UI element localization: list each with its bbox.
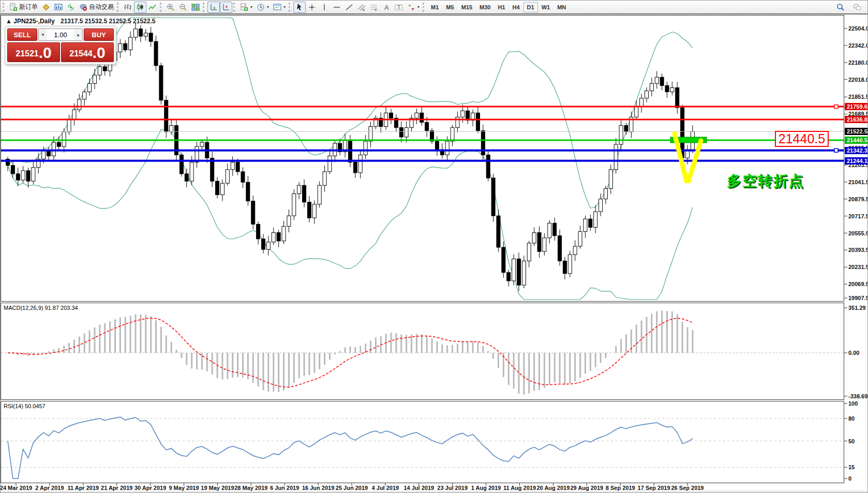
candle-body[interactable] xyxy=(262,239,265,249)
candle-body[interactable] xyxy=(78,99,81,110)
candle-body[interactable] xyxy=(445,141,449,155)
candle-body[interactable] xyxy=(246,182,250,201)
candle-body[interactable] xyxy=(670,87,674,92)
candle-body[interactable] xyxy=(594,212,597,227)
candle-body[interactable] xyxy=(42,151,46,159)
candle-body[interactable] xyxy=(645,91,649,98)
candle-body[interactable] xyxy=(543,238,546,251)
candle-body[interactable] xyxy=(497,216,500,247)
candle-body[interactable] xyxy=(619,126,623,145)
candle-body[interactable] xyxy=(241,172,245,182)
candle-body[interactable] xyxy=(32,168,35,181)
candle-body[interactable] xyxy=(72,110,76,119)
candle-body[interactable] xyxy=(358,155,362,173)
candle-body[interactable] xyxy=(660,77,664,85)
candle-body[interactable] xyxy=(558,236,562,261)
candle-body[interactable] xyxy=(532,233,536,243)
candle-body[interactable] xyxy=(451,128,454,141)
candle-body[interactable] xyxy=(553,223,557,235)
candle-body[interactable] xyxy=(461,111,465,117)
candle-body[interactable] xyxy=(251,201,255,225)
candle-body[interactable] xyxy=(491,178,495,216)
candle-body[interactable] xyxy=(512,259,516,281)
candle-body[interactable] xyxy=(599,199,603,212)
candle-body[interactable] xyxy=(369,127,372,141)
candle-body[interactable] xyxy=(164,100,168,132)
candle-body[interactable] xyxy=(507,273,511,281)
candle-body[interactable] xyxy=(456,117,459,127)
candle-body[interactable] xyxy=(425,122,429,130)
buy-button[interactable]: BUY xyxy=(84,28,114,41)
candle-body[interactable] xyxy=(272,233,275,242)
candle-body[interactable] xyxy=(118,43,122,52)
candle-body[interactable] xyxy=(154,41,158,66)
candle-body[interactable] xyxy=(93,75,96,83)
candle-body[interactable] xyxy=(124,43,127,50)
candle-body[interactable] xyxy=(486,155,490,178)
candle-body[interactable] xyxy=(609,170,612,189)
candle-body[interactable] xyxy=(604,188,607,199)
candle-body[interactable] xyxy=(57,142,61,146)
candle-body[interactable] xyxy=(139,29,142,36)
volume-input[interactable]: 1.00 xyxy=(47,29,74,40)
candle-body[interactable] xyxy=(231,162,234,170)
candle-body[interactable] xyxy=(282,226,286,241)
candle-body[interactable] xyxy=(179,155,183,174)
candle-body[interactable] xyxy=(476,113,480,131)
candle-body[interactable] xyxy=(67,119,71,131)
candle-body[interactable] xyxy=(665,85,669,92)
candle-body[interactable] xyxy=(573,246,577,255)
candle-body[interactable] xyxy=(527,243,531,261)
candle-body[interactable] xyxy=(328,156,332,171)
candle-body[interactable] xyxy=(83,92,86,99)
turning-point-note[interactable]: 多空转折点 xyxy=(727,171,804,191)
candle-body[interactable] xyxy=(287,216,291,226)
candle-body[interactable] xyxy=(134,29,138,37)
candle-body[interactable] xyxy=(170,126,173,132)
candle-body[interactable] xyxy=(624,126,628,132)
candle-body[interactable] xyxy=(312,204,316,218)
volume-down-icon[interactable]: ▼ xyxy=(39,29,47,40)
candle-body[interactable] xyxy=(537,233,541,252)
candle-body[interactable] xyxy=(144,33,147,36)
candle-body[interactable] xyxy=(578,232,582,246)
candle-body[interactable] xyxy=(353,162,357,173)
candle-body[interactable] xyxy=(614,144,618,170)
candle-body[interactable] xyxy=(517,259,521,285)
candle-body[interactable] xyxy=(318,185,321,204)
candle-body[interactable] xyxy=(159,66,163,100)
candle-body[interactable] xyxy=(292,194,296,216)
candle-body[interactable] xyxy=(548,223,551,237)
candle-body[interactable] xyxy=(435,141,439,150)
candle-body[interactable] xyxy=(52,142,55,156)
candle-body[interactable] xyxy=(650,83,653,91)
candle-body[interactable] xyxy=(190,162,193,182)
candle-body[interactable] xyxy=(226,170,229,183)
candle-body[interactable] xyxy=(88,83,92,92)
candle-body[interactable] xyxy=(420,113,424,122)
candle-body[interactable] xyxy=(21,171,25,180)
candle-body[interactable] xyxy=(16,174,20,180)
candle-body[interactable] xyxy=(98,67,101,75)
line-endpoint-marker[interactable] xyxy=(834,105,838,109)
candle-body[interactable] xyxy=(129,37,132,50)
candle-body[interactable] xyxy=(399,128,403,137)
price-callout-label[interactable]: 21440.5 xyxy=(775,131,829,147)
line-endpoint-marker[interactable] xyxy=(834,148,838,152)
candle-body[interactable] xyxy=(266,242,270,249)
candle-body[interactable] xyxy=(589,219,592,227)
sell-button[interactable]: SELL xyxy=(7,28,37,41)
candle-body[interactable] xyxy=(236,162,240,172)
candle-body[interactable] xyxy=(257,224,260,238)
collapse-arrow-icon[interactable]: ▲ xyxy=(6,18,12,25)
candle-body[interactable] xyxy=(149,33,153,41)
sell-price[interactable]: 21521 .0 xyxy=(7,42,60,62)
candle-body[interactable] xyxy=(103,67,107,71)
candle-body[interactable] xyxy=(200,142,204,146)
candle-body[interactable] xyxy=(568,255,572,274)
candle-body[interactable] xyxy=(390,113,393,118)
candle-body[interactable] xyxy=(277,233,280,241)
candle-body[interactable] xyxy=(62,132,66,146)
chart-canvas[interactable] xyxy=(1,1,868,493)
candle-body[interactable] xyxy=(297,185,301,193)
